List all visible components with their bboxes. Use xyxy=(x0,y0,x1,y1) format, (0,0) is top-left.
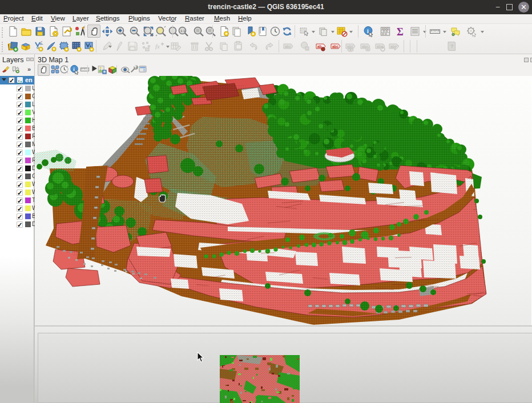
svg-text:Σ: Σ xyxy=(397,26,404,38)
svg-text:i: i xyxy=(367,28,369,34)
svg-text:abc: abc xyxy=(332,45,339,49)
svg-text:1:1: 1:1 xyxy=(180,29,186,33)
svg-text:?: ? xyxy=(450,43,454,49)
svg-text:abc: abc xyxy=(347,45,354,49)
svg-text:abc: abc xyxy=(285,45,292,49)
svg-text:ab: ab xyxy=(317,45,322,49)
svg-text:fx: fx xyxy=(155,43,160,50)
